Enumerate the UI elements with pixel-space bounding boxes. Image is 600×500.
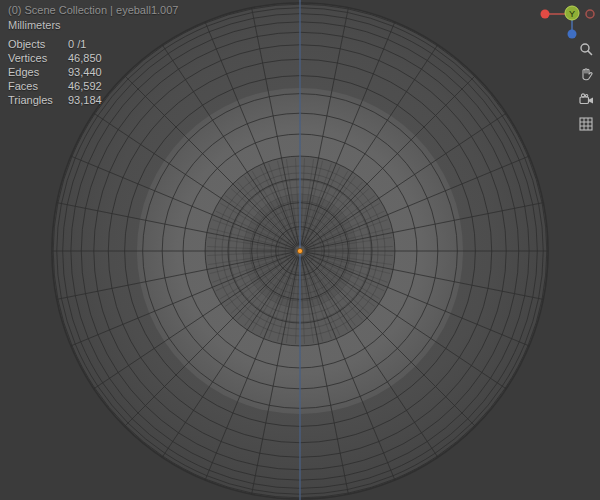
scene-units-label: Millimeters — [8, 19, 178, 32]
stat-label: Objects — [8, 38, 62, 51]
toggle-grid-button[interactable] — [577, 115, 595, 133]
pan-button[interactable] — [577, 65, 595, 83]
stat-value: 93,184 — [68, 94, 178, 107]
stat-label: Edges — [8, 66, 62, 79]
y-axis-label: Y — [569, 9, 575, 19]
camera-icon — [579, 93, 594, 106]
hand-icon — [579, 67, 593, 81]
stat-value: 93,440 — [68, 66, 178, 79]
zoom-icon — [579, 42, 593, 56]
viewport-overlay-info: (0) Scene Collection | eyeball1.007 Mill… — [8, 4, 178, 107]
stat-label: Faces — [8, 80, 62, 93]
stat-label: Triangles — [8, 94, 62, 107]
stat-value: 46,592 — [68, 80, 178, 93]
zoom-button[interactable] — [577, 40, 595, 58]
grid-icon — [579, 117, 593, 131]
blender-3d-viewport[interactable]: (0) Scene Collection | eyeball1.007 Mill… — [0, 0, 600, 500]
x-axis-negative-ball[interactable] — [586, 10, 594, 18]
navigation-axis-gizmo[interactable]: Y — [536, 2, 596, 42]
camera-view-button[interactable] — [577, 90, 595, 108]
scene-statistics: Objects 0 /1 Vertices 46,850 Edges 93,44… — [8, 38, 178, 107]
viewport-tool-column — [577, 40, 595, 133]
breadcrumb: (0) Scene Collection | eyeball1.007 — [8, 4, 178, 17]
stat-label: Vertices — [8, 52, 62, 65]
stat-value: 0 /1 — [68, 38, 178, 51]
stat-value: 46,850 — [68, 52, 178, 65]
z-axis-ball[interactable] — [568, 30, 577, 39]
x-axis-ball[interactable] — [541, 10, 550, 19]
